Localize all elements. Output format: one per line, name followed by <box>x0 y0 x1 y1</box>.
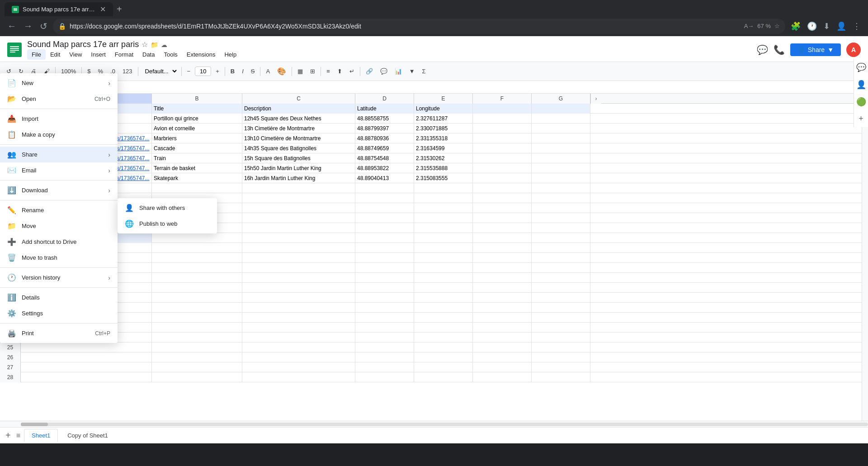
cell-E11[interactable] <box>414 203 473 213</box>
cell-D14[interactable] <box>355 233 414 243</box>
cell-E17[interactable] <box>414 263 473 273</box>
cell-D27[interactable] <box>355 362 414 372</box>
cell-E28[interactable] <box>414 372 473 382</box>
cell-F27[interactable] <box>473 362 532 372</box>
cell-F28[interactable] <box>473 372 532 382</box>
cell-F26[interactable] <box>473 352 532 362</box>
cell-D23[interactable] <box>355 323 414 333</box>
menu-icon[interactable]: ⋮ <box>851 19 863 33</box>
extensions-icon[interactable]: 🧩 <box>789 19 802 33</box>
cell-C22[interactable] <box>242 313 355 323</box>
sheet-tab-sheet1[interactable]: Sheet1 <box>24 429 58 442</box>
comment-button[interactable]: 💬 <box>377 66 390 76</box>
cell-D19[interactable] <box>355 283 414 293</box>
text-color-button[interactable]: A <box>263 66 273 76</box>
menu-view[interactable]: View <box>65 49 86 60</box>
cell-C26[interactable] <box>242 352 355 362</box>
cell-F23[interactable] <box>473 323 532 333</box>
cell-G11[interactable] <box>532 203 590 213</box>
menu-item-make-copy[interactable]: 📋 Make a copy <box>0 127 118 143</box>
col-header-F[interactable]: F <box>473 94 532 104</box>
cell-B6[interactable]: Train <box>152 153 242 163</box>
cell-F15[interactable] <box>473 243 532 253</box>
cell-F5[interactable] <box>473 143 532 153</box>
cell-A28[interactable] <box>21 372 152 382</box>
menu-format[interactable]: Format <box>110 49 138 60</box>
cell-D22[interactable] <box>355 313 414 323</box>
cell-E2[interactable]: 2.327611287 <box>414 114 473 124</box>
cell-F20[interactable] <box>473 293 532 303</box>
download-icon[interactable]: ⬇ <box>821 19 832 33</box>
cell-G16[interactable] <box>532 253 590 263</box>
menu-edit[interactable]: Edit <box>46 49 65 60</box>
cell-F16[interactable] <box>473 253 532 263</box>
cell-G4[interactable] <box>532 133 590 143</box>
cell-G12[interactable] <box>532 213 590 223</box>
cell-G21[interactable] <box>532 303 590 313</box>
cell-C24[interactable] <box>242 333 355 342</box>
cell-D26[interactable] <box>355 352 414 362</box>
cell-E9[interactable] <box>414 183 473 193</box>
hscrollbar-thumb[interactable] <box>21 423 48 426</box>
cell-D24[interactable] <box>355 333 414 342</box>
cell-B5[interactable]: Cascade <box>152 143 242 153</box>
active-tab[interactable]: Sound Map parcs 17e arr paris ✕ <box>5 2 113 16</box>
cell-D1[interactable]: Latitude <box>355 104 414 114</box>
menu-help[interactable]: Help <box>220 49 241 60</box>
cell-D2[interactable]: 48.88558755 <box>355 114 414 124</box>
cell-C11[interactable] <box>242 203 355 213</box>
menu-item-move[interactable]: 📁 Move <box>0 218 118 234</box>
merge-button[interactable]: ⊞ <box>307 66 318 76</box>
valign-button[interactable]: ⬆ <box>335 66 345 76</box>
link-button[interactable]: 🔗 <box>363 66 376 76</box>
sidebar-people-icon[interactable]: 👤 <box>856 80 866 90</box>
sidebar-plus-icon[interactable]: + <box>859 114 863 124</box>
cell-E5[interactable]: 2.31634599 <box>414 143 473 153</box>
cell-G27[interactable] <box>532 362 590 372</box>
cell-E27[interactable] <box>414 362 473 372</box>
cell-D7[interactable]: 48.88953822 <box>355 163 414 173</box>
cell-G18[interactable] <box>532 273 590 283</box>
cell-C25[interactable] <box>242 342 355 352</box>
cell-B8[interactable]: Skatepark <box>152 173 242 183</box>
cell-B27[interactable] <box>152 362 242 372</box>
cell-B28[interactable] <box>152 372 242 382</box>
cell-A26[interactable] <box>21 352 152 362</box>
cell-C7[interactable]: 15h50 Jardin Martin Luther King <box>242 163 355 173</box>
cell-E7[interactable]: 2.315535888 <box>414 163 473 173</box>
reload-button[interactable]: ↺ <box>38 19 49 33</box>
font-family-select[interactable]: Default... <box>141 66 179 76</box>
cell-A25[interactable] <box>21 342 152 352</box>
cell-G3[interactable] <box>532 124 590 133</box>
chart-button[interactable]: 📊 <box>392 66 405 76</box>
cell-F4[interactable] <box>473 133 532 143</box>
cell-B19[interactable] <box>152 283 242 293</box>
cell-B4[interactable]: Marbriers <box>152 133 242 143</box>
menu-item-open[interactable]: 📂 Open Ctrl+O <box>0 91 118 107</box>
cell-G1[interactable] <box>532 104 590 114</box>
menu-item-details[interactable]: ℹ️ Details <box>0 290 118 305</box>
cell-G13[interactable] <box>532 223 590 233</box>
cell-G28[interactable] <box>532 372 590 382</box>
cell-C12[interactable] <box>242 213 355 223</box>
cell-E16[interactable] <box>414 253 473 263</box>
cell-D20[interactable] <box>355 293 414 303</box>
cell-D28[interactable] <box>355 372 414 382</box>
cell-D15[interactable] <box>355 243 414 253</box>
add-sheet-button[interactable]: + <box>4 428 13 442</box>
cell-F7[interactable] <box>473 163 532 173</box>
row-number[interactable]: 26 <box>0 352 21 362</box>
row-number[interactable]: 28 <box>0 372 21 382</box>
highlight-button[interactable]: 🎨 <box>274 65 289 77</box>
horizontal-scrollbar[interactable] <box>0 421 868 427</box>
cell-B22[interactable] <box>152 313 242 323</box>
cell-F21[interactable] <box>473 303 532 313</box>
cell-D25[interactable] <box>355 342 414 352</box>
cell-G17[interactable] <box>532 263 590 273</box>
cell-G24[interactable] <box>532 333 590 342</box>
user-avatar[interactable]: A <box>846 43 861 57</box>
cell-E14[interactable] <box>414 233 473 243</box>
cell-E8[interactable]: 2.315083555 <box>414 173 473 183</box>
menu-data[interactable]: Data <box>138 49 159 60</box>
cell-F10[interactable] <box>473 193 532 203</box>
